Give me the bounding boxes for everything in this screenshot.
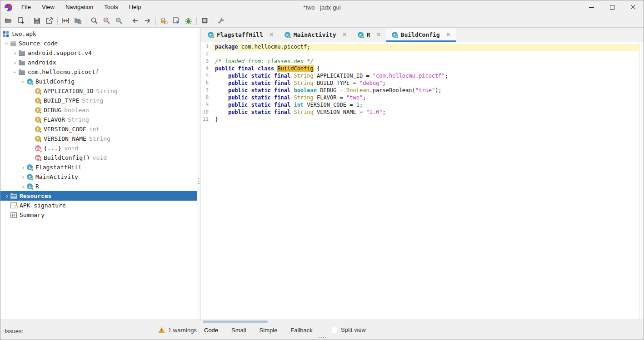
horizontal-scrollbar[interactable] (203, 320, 268, 323)
line-number: 6 (200, 80, 212, 87)
field-icon: f (35, 136, 41, 142)
public-dot-icon (31, 187, 34, 190)
tree-item-source-code[interactable]: ›Source code (0, 39, 197, 48)
quark-report-button[interactable] (170, 15, 182, 26)
tree-item-mainactivity[interactable]: ›cMainActivity (0, 172, 197, 182)
view-mode-smali[interactable]: Smali (230, 326, 248, 334)
tab-close-icon[interactable]: × (343, 32, 347, 38)
chevron-collapsed-icon[interactable]: › (11, 50, 19, 56)
close-icon (630, 5, 636, 10)
chevron-collapsed-icon[interactable]: › (3, 193, 10, 199)
sync-icon (62, 17, 70, 25)
save-all-button[interactable] (31, 15, 43, 26)
back-button[interactable] (129, 15, 141, 26)
preferences-button[interactable] (215, 15, 227, 26)
folder-icon (19, 61, 25, 65)
text-search-icon (103, 17, 110, 25)
tree-item-label: two.apk (11, 30, 36, 37)
menu-tools[interactable]: Tools (99, 0, 123, 14)
tree-item-android-support-v4[interactable]: ›android.support.v4 (0, 48, 197, 58)
tree-item-apk-signature[interactable]: APK signature (0, 201, 197, 210)
log-viewer-button[interactable] (199, 15, 211, 26)
tree-item-summary[interactable]: Summary (0, 210, 197, 220)
line-number: 2 (200, 51, 212, 58)
line-number: 5 (200, 73, 212, 80)
chevron-collapsed-icon[interactable]: › (20, 174, 27, 180)
menu-help[interactable]: Help (124, 0, 147, 14)
tab-buildconfig[interactable]: cBuildConfig× (386, 28, 456, 42)
menu-file[interactable]: File (16, 0, 36, 14)
tree-item-label: APK signature (20, 202, 66, 209)
tab-close-icon[interactable]: × (446, 32, 450, 38)
project-tree: two.apk›Source code›android.support.v4›a… (0, 28, 197, 320)
sync-button[interactable] (60, 15, 72, 26)
chevron-collapsed-icon[interactable]: › (11, 59, 19, 66)
code-line: 2 (200, 51, 639, 58)
tree-item-com-hellocmu-picoctf[interactable]: ›com.hellocmu.picoctf (0, 67, 197, 77)
window-resize-grip[interactable] (319, 337, 326, 338)
code-text: public static final String FLAVOR = "two… (212, 94, 639, 102)
tree-item-flagstaffhill[interactable]: ›cFlagstaffHill (0, 163, 197, 172)
field-icon: f (35, 98, 41, 103)
view-mode-code[interactable]: Code (202, 326, 220, 334)
panel-splitter[interactable] (197, 28, 200, 320)
tab-label: MainActivity (294, 31, 336, 38)
tree-item-flavor[interactable]: fFLAVORString (0, 115, 197, 124)
tree-item-version-code[interactable]: fVERSION_CODEint (0, 124, 197, 134)
tab-close-icon[interactable]: × (377, 32, 381, 38)
flat-packages-button[interactable] (72, 15, 84, 26)
close-button[interactable] (623, 0, 644, 14)
add-files-button[interactable] (15, 15, 27, 26)
class-icon: c (208, 32, 214, 38)
export-button[interactable] (43, 15, 55, 26)
menu-navigation[interactable]: Navigation (60, 0, 99, 14)
method-star-icon: m★ (35, 145, 41, 151)
chevron-expanded-icon[interactable]: › (12, 69, 18, 76)
maximize-button[interactable] (602, 0, 623, 14)
error-stripe[interactable] (639, 42, 644, 320)
tree-item-application-id[interactable]: fAPPLICATION_IDString (0, 86, 197, 96)
chevron-collapsed-icon[interactable]: › (20, 164, 27, 171)
tab-flagstaffhill[interactable]: cFlagstaffHill× (202, 28, 279, 42)
tree-item-resources[interactable]: ›Resources (0, 191, 197, 201)
tree-item-buildconfig[interactable]: ›cBuildConfig (0, 77, 197, 86)
deobfuscation-button[interactable] (158, 15, 170, 26)
code-text: public static final int VERSION_CODE = 1… (212, 102, 639, 109)
quark-report-icon (172, 17, 180, 25)
view-mode-fallback[interactable]: Fallback (289, 326, 314, 334)
tab-close-icon[interactable]: × (270, 32, 274, 38)
tree-item-static-init[interactable]: m★{...}void (0, 143, 197, 153)
warnings-indicator[interactable]: 1 warnings (158, 327, 197, 334)
search-button[interactable] (88, 15, 100, 26)
tree-item-buildconfig[interactable]: mBuildConfig()void (0, 153, 197, 163)
tree-item-r[interactable]: ›cR (0, 182, 197, 191)
line-number: 11 (200, 116, 212, 123)
text-search-button[interactable] (100, 15, 113, 26)
split-view-checkbox[interactable] (331, 327, 337, 333)
tree-item-two-apk[interactable]: two.apk (0, 29, 197, 39)
line-number: 7 (200, 87, 212, 94)
tab-r[interactable]: cR× (352, 28, 386, 42)
splitter-grip-icon (198, 178, 200, 185)
class-search-button[interactable] (113, 15, 125, 26)
view-mode-simple[interactable]: Simple (258, 326, 280, 334)
chevron-collapsed-icon[interactable]: › (20, 183, 27, 190)
toolbar-separator (213, 17, 213, 25)
field-icon: f (35, 88, 41, 94)
code-editor[interactable]: 1package com.hellocmu.picoctf;23/* loade… (200, 42, 639, 320)
open-file-button[interactable] (2, 15, 15, 26)
tree-item-debug[interactable]: fDEBUGboolean (0, 105, 197, 115)
minimize-button[interactable] (581, 0, 602, 14)
tree-item-build-type[interactable]: fBUILD_TYPEString (0, 96, 197, 105)
menu-view[interactable]: View (36, 0, 60, 14)
code-area[interactable]: 1package com.hellocmu.picoctf;23/* loade… (200, 42, 644, 320)
tab-mainactivity[interactable]: cMainActivity× (279, 28, 352, 42)
chevron-expanded-icon[interactable]: › (4, 40, 10, 47)
split-view-toggle[interactable]: Split view (331, 326, 366, 333)
tree-item-version-name[interactable]: fVERSION_NAMEString (0, 134, 197, 143)
chevron-expanded-icon[interactable]: › (20, 78, 26, 85)
toolbar-separator (155, 17, 156, 25)
forward-button[interactable] (141, 15, 154, 26)
tree-item-androidx[interactable]: ›androidx (0, 58, 197, 67)
debugger-button[interactable] (182, 15, 195, 26)
